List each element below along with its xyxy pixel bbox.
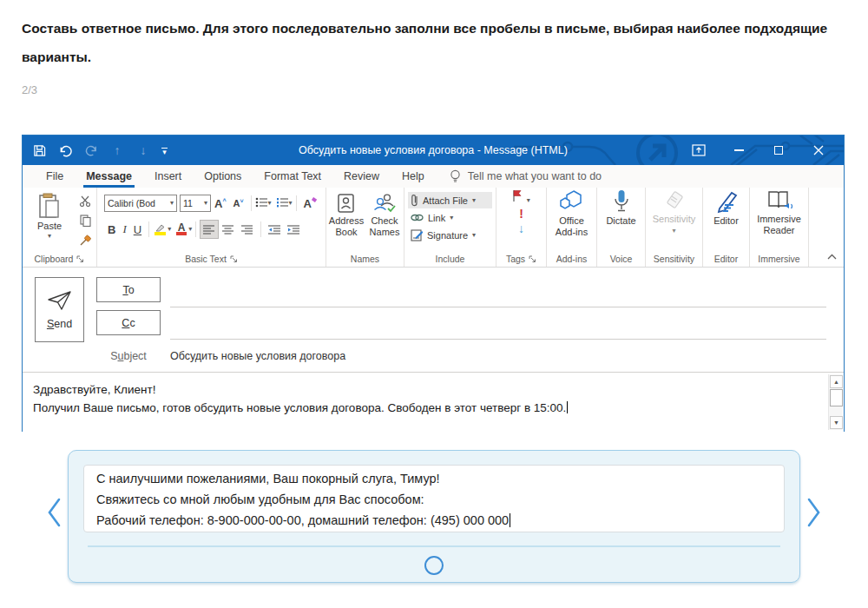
tab-insert[interactable]: Insert — [143, 165, 193, 188]
body-line-2: Получил Ваше письмо, готов обсудить новы… — [33, 399, 818, 417]
tags-dialog-launcher-icon[interactable] — [529, 255, 536, 263]
tell-me-search[interactable]: Tell me what you want to do — [450, 169, 602, 183]
save-icon[interactable] — [31, 142, 47, 158]
font-name-combobox[interactable]: Calibri (Bod▾ — [104, 195, 177, 212]
cut-icon[interactable] — [79, 195, 91, 210]
copy-icon[interactable] — [80, 215, 91, 230]
bullets-dropdown-icon[interactable]: ▾ — [268, 201, 272, 206]
bullets-button[interactable] — [255, 195, 268, 211]
cc-field[interactable] — [170, 339, 826, 340]
cc-button[interactable]: Cc — [96, 310, 161, 335]
immersive-reader-button[interactable]: ImmersiveReader — [750, 189, 808, 236]
clear-formatting-button[interactable]: A — [300, 197, 321, 210]
text-cursor — [567, 401, 568, 413]
option-radio-button[interactable] — [424, 556, 444, 575]
signature-button[interactable]: Signature▾ — [408, 227, 492, 243]
ribbon: Paste ▾ Clipboard — [23, 188, 844, 268]
italic-button[interactable]: I — [119, 222, 129, 236]
bold-button[interactable]: B — [104, 223, 119, 236]
high-importance-button[interactable]: ! — [519, 207, 523, 221]
dictate-icon — [614, 189, 629, 214]
sensitivity-button[interactable]: Sensitivity ▾ — [646, 189, 702, 235]
answer-text-cursor — [510, 513, 510, 527]
grow-font-button[interactable]: A˄ — [211, 197, 229, 210]
collapse-ribbon-icon[interactable] — [827, 248, 837, 263]
next-item-icon[interactable]: ↓ — [135, 142, 151, 158]
message-body[interactable]: Здравствуйте, Клиент! Получил Ваше письм… — [23, 372, 844, 432]
next-option-button[interactable] — [804, 497, 823, 528]
group-tags: ▾ ! ↓ Tags — [496, 188, 547, 267]
basic-text-dialog-launcher-icon[interactable] — [230, 255, 238, 263]
group-immersive: ImmersiveReader Immersive — [750, 188, 809, 267]
group-voice: Dictate Voice — [597, 188, 646, 267]
follow-up-flag-button[interactable]: ▾ — [512, 189, 529, 206]
answer-option-text[interactable]: С наилучшими пожеланиями, Ваш покорный с… — [83, 465, 785, 532]
font-size-combobox[interactable]: 11▾ — [180, 195, 211, 212]
send-icon — [47, 290, 73, 311]
check-names-button[interactable]: CheckNames — [366, 193, 403, 238]
align-left-button[interactable] — [200, 220, 219, 239]
editor-button[interactable]: Editor — [703, 189, 749, 227]
ribbon-display-options-icon[interactable] — [679, 135, 719, 165]
tab-review[interactable]: Review — [332, 165, 391, 188]
link-icon — [411, 213, 424, 222]
close-button[interactable] — [799, 135, 838, 165]
answer-line-2: Свяжитесь со мной любым удобным для Вас … — [96, 489, 772, 510]
previous-item-icon[interactable]: ↑ — [109, 142, 125, 158]
send-button[interactable]: Send — [35, 277, 84, 342]
attach-file-button[interactable]: Attach File▾ — [408, 192, 492, 208]
body-line-1: Здравствуйте, Клиент! — [33, 380, 818, 399]
redo-icon[interactable] — [83, 142, 99, 158]
tab-file[interactable]: File — [35, 165, 75, 188]
attach-file-icon — [411, 194, 418, 207]
link-button[interactable]: Link▾ — [408, 209, 492, 226]
font-color-dropdown-icon[interactable]: ▾ — [188, 227, 192, 232]
paste-button[interactable]: Paste ▾ — [31, 193, 68, 239]
group-basic-text: Calibri (Bod▾ 11▾ A˄ A˅ ▾ ▾ A B — [97, 188, 326, 267]
check-names-icon — [373, 193, 396, 214]
scrollbar-thumb[interactable] — [830, 389, 843, 406]
scroll-down-icon[interactable]: ▼ — [830, 416, 843, 429]
answer-line-1: С наилучшими пожеланиями, Ваш покорный с… — [96, 468, 772, 489]
group-names: AddressBook CheckNames Names — [326, 188, 404, 267]
align-center-button[interactable] — [219, 220, 238, 239]
decrease-indent-button[interactable] — [265, 220, 284, 239]
format-painter-icon[interactable] — [79, 235, 91, 250]
editor-icon — [714, 189, 739, 214]
align-right-button[interactable] — [238, 220, 257, 239]
address-book-button[interactable]: AddressBook — [328, 193, 365, 238]
undo-icon[interactable] — [57, 142, 73, 158]
clipboard-dialog-launcher-icon[interactable] — [76, 255, 84, 263]
underline-button[interactable]: U — [130, 223, 145, 236]
flag-icon — [512, 189, 523, 202]
group-sensitivity: Sensitivity ▾ Sensitivity — [646, 188, 703, 267]
subject-field[interactable]: Обсудить новые условия договора — [170, 350, 345, 362]
increase-indent-button[interactable] — [284, 220, 303, 239]
body-scrollbar[interactable]: ▲ ▼ — [828, 374, 843, 430]
sensitivity-icon — [663, 189, 686, 212]
tab-options[interactable]: Options — [193, 165, 253, 188]
tab-help[interactable]: Help — [391, 165, 436, 188]
numbering-button[interactable] — [276, 195, 289, 211]
shrink-font-button[interactable]: A˅ — [229, 198, 247, 208]
highlight-dropdown-icon[interactable]: ▾ — [168, 227, 171, 232]
card-divider — [88, 545, 780, 547]
font-color-button[interactable]: A — [174, 223, 188, 235]
answer-option-card[interactable]: С наилучшими пожеланиями, Ваш покорный с… — [68, 450, 800, 583]
maximize-button[interactable] — [759, 135, 799, 165]
to-button[interactable]: To — [96, 277, 161, 302]
dictate-button[interactable]: Dictate — [597, 189, 645, 227]
low-importance-button[interactable]: ↓ — [518, 221, 524, 235]
tab-format-text[interactable]: Format Text — [253, 165, 332, 188]
highlight-color-button[interactable] — [153, 223, 168, 235]
title-bar: ↑ ↓ ▾ Обсудить новые условия договора - … — [23, 135, 844, 165]
to-field[interactable] — [170, 307, 826, 307]
office-addins-button[interactable]: OfficeAdd-ins — [547, 189, 596, 238]
numbering-dropdown-icon[interactable]: ▾ — [289, 201, 293, 206]
customize-qat-icon[interactable]: ▾ — [161, 148, 168, 154]
previous-option-button[interactable] — [45, 497, 64, 528]
scroll-up-icon[interactable]: ▲ — [830, 375, 843, 388]
sensitivity-dropdown-icon: ▾ — [672, 227, 675, 235]
minimize-button[interactable] — [719, 135, 759, 165]
tab-message[interactable]: Message — [75, 165, 143, 188]
